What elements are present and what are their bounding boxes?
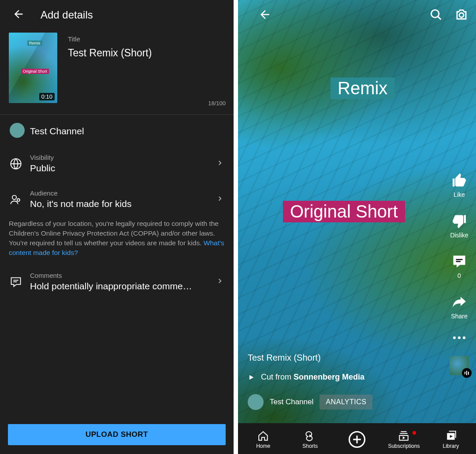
chevron-right-icon (216, 195, 224, 204)
video-title: Test Remix (Short) (248, 353, 432, 363)
header: Add details (0, 0, 234, 33)
comments-count: 0 (457, 272, 461, 279)
share-label: Share (451, 313, 467, 320)
audience-value: No, it's not made for kids (30, 199, 197, 209)
comments-label: Comments (30, 272, 225, 279)
comments-row[interactable]: Comments Hold potentially inappropriate … (0, 264, 234, 299)
cut-from-prefix: Cut from (261, 373, 294, 381)
video-meta: Test Remix (Short) Cut from Sonnenberg M… (248, 353, 432, 410)
nav-home[interactable]: Home (240, 430, 286, 449)
svg-point-1 (12, 195, 16, 199)
audio-pivot-thumbnail[interactable] (450, 356, 469, 375)
notification-dot-icon (413, 431, 416, 435)
back-arrow-icon[interactable] (12, 8, 25, 22)
audience-label: Audience (30, 189, 225, 197)
cut-from-channel: Sonnenberg Media (294, 373, 364, 381)
title-label: Title (68, 35, 226, 43)
shorts-player-panel: Remix Original Short Like Dislike 0 Shar… (238, 0, 476, 454)
nav-subs-label: Subscriptions (388, 443, 420, 449)
channel-row[interactable]: Test Channel (0, 115, 234, 146)
audio-icon (462, 368, 472, 378)
nav-library-label: Library (443, 443, 459, 449)
visibility-value: Public (30, 163, 197, 173)
chevron-right-icon (216, 277, 224, 287)
title-char-counter: 18/100 (208, 100, 226, 107)
dislike-button[interactable]: Dislike (450, 213, 468, 239)
title-section[interactable]: Remix Original Short 0:10 Title Test Rem… (0, 33, 234, 114)
svg-rect-8 (456, 259, 463, 260)
channel-name[interactable]: Test Channel (270, 398, 313, 406)
add-details-panel: Add details Remix Original Short 0:10 Ti… (0, 0, 234, 454)
like-label: Like (454, 191, 465, 198)
svg-rect-9 (456, 261, 461, 262)
nav-library[interactable]: Library (428, 430, 474, 449)
back-arrow-icon[interactable] (258, 8, 271, 23)
chevron-right-icon (216, 159, 224, 169)
analytics-button[interactable]: ANALYTICS (320, 395, 372, 410)
nav-subscriptions[interactable]: Subscriptions (380, 430, 427, 449)
svg-point-5 (431, 10, 439, 18)
audience-row[interactable]: Audience No, it's not made for kids (0, 181, 234, 217)
top-bar (238, 8, 476, 23)
visibility-label: Visibility (30, 154, 225, 161)
comments-button[interactable]: 0 (451, 254, 467, 279)
overlay-original-tag: Original Short (283, 201, 405, 222)
nav-home-label: Home (256, 443, 270, 449)
legal-body: Regardless of your location, you're lega… (9, 220, 219, 247)
svg-point-7 (459, 13, 464, 17)
svg-line-6 (438, 16, 441, 19)
panel-gap (234, 0, 238, 454)
bottom-nav: Home Shorts Subscriptions Library (238, 423, 476, 454)
channel-avatar (10, 123, 25, 138)
nav-create[interactable] (334, 430, 380, 449)
video-thumbnail[interactable]: Remix Original Short 0:10 (9, 33, 57, 103)
action-rail: Like Dislike 0 Share (450, 173, 469, 375)
camera-icon[interactable] (455, 8, 468, 23)
legal-text: Regardless of your location, you're lega… (0, 217, 234, 264)
visibility-row[interactable]: Visibility Public (0, 146, 234, 181)
audience-icon (10, 193, 30, 206)
comments-value: Hold potentially inappropriate comme… (30, 281, 197, 292)
share-button[interactable]: Share (451, 294, 467, 320)
channel-name: Test Channel (30, 126, 197, 137)
comment-icon (10, 276, 30, 288)
thumb-original-chip: Original Short (21, 69, 49, 74)
play-icon (248, 374, 255, 381)
thumb-duration: 0:10 (39, 93, 55, 100)
cut-from-row[interactable]: Cut from Sonnenberg Media (248, 373, 432, 382)
svg-point-2 (17, 199, 20, 201)
channel-avatar[interactable] (248, 394, 264, 410)
overlay-remix-tag: Remix (331, 78, 394, 99)
more-options-icon[interactable] (453, 336, 465, 339)
upload-short-button[interactable]: UPLOAD SHORT (8, 424, 226, 445)
dislike-label: Dislike (450, 232, 468, 239)
title-value[interactable]: Test Remix (Short) (68, 47, 226, 59)
search-icon[interactable] (429, 8, 443, 23)
globe-icon (10, 158, 30, 170)
page-title: Add details (41, 9, 93, 21)
nav-shorts[interactable]: Shorts (286, 430, 333, 449)
thumb-remix-chip: Remix (27, 41, 42, 46)
like-button[interactable]: Like (451, 173, 467, 198)
nav-shorts-label: Shorts (302, 443, 318, 449)
